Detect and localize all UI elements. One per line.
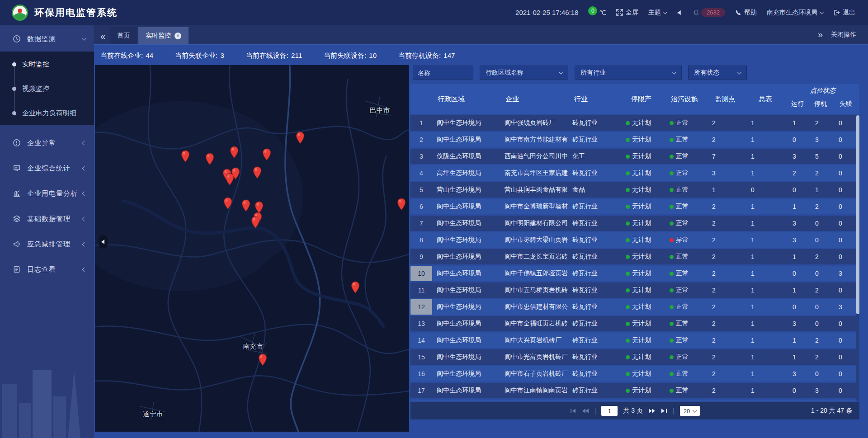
tab-close-icon[interactable]: ✕ [175, 33, 181, 39]
page-size-select[interactable]: 20 [680, 406, 700, 416]
cell-limit-status: 无计划 [619, 383, 663, 398]
next-page-button[interactable] [648, 408, 656, 414]
sidebar-subitem[interactable]: 企业电力负荷明细 [0, 101, 94, 125]
cell-limit-status: 无计划 [619, 182, 663, 198]
map-pin-icon[interactable] [397, 198, 406, 211]
table-row[interactable]: 7阆中生态环境局阆中明阳建材有限公司砖瓦行业无计划正常21300 [410, 216, 859, 231]
cell-run: 1 [786, 115, 809, 131]
map-pin-icon[interactable] [296, 132, 305, 144]
cell-region: 阆中生态环境局 [432, 366, 500, 381]
status-dot-icon [626, 221, 630, 226]
sidebar-item[interactable]: 基础数据管理 [0, 206, 94, 231]
help-button[interactable]: 帮助 [735, 9, 757, 17]
temperature-unit: ℃ [599, 9, 606, 16]
theme-dropdown[interactable]: 主题 [648, 9, 667, 17]
stat-value: 10 [369, 52, 377, 59]
cell-industry: 砖瓦行业 [569, 266, 619, 281]
tabs-scroll-right-icon[interactable]: » [811, 30, 827, 44]
cell-points: 3 [706, 165, 745, 181]
column-header: 行业 [569, 84, 619, 114]
status-dot-icon [626, 138, 630, 142]
map-pin-icon[interactable] [181, 150, 190, 163]
cell-limit-status: 无计划 [619, 115, 663, 131]
scrollbar-thumb[interactable] [856, 115, 859, 314]
first-page-button[interactable] [570, 408, 576, 414]
cell-industry: 砖瓦行业 [569, 283, 619, 298]
sidebar-item[interactable]: 数据监测 [0, 26, 94, 52]
table-row[interactable]: 18 [410, 400, 859, 401]
last-page-button[interactable] [661, 408, 667, 414]
table-scrollbar[interactable] [856, 115, 859, 401]
cell-company: 阆中市江南镇阆南页岩 [500, 383, 569, 398]
sidebar-item[interactable]: 企业异常 [0, 130, 94, 155]
cell-industry: 砖瓦行业 [569, 132, 619, 147]
map-pin-icon[interactable] [351, 281, 360, 294]
cell-limit-status: 无计划 [619, 199, 663, 214]
map-pin-icon[interactable] [225, 173, 234, 186]
table-row[interactable]: 5营山生态环境局营山县润丰肉食品有限食品无计划正常10010 [410, 182, 859, 198]
chevron-left-icon [82, 166, 87, 170]
table-row[interactable]: 13阆中生态环境局阆中市金福旺页岩机砖砖瓦行业无计划正常21300 [410, 316, 859, 331]
sidebar-subitem[interactable]: 视频监控 [0, 76, 94, 101]
industry-filter-select[interactable]: 所有行业 [575, 66, 682, 80]
cell-points: 1 [706, 182, 745, 198]
notification-widget[interactable]: 2632 [693, 8, 725, 17]
status-filter-select[interactable]: 所有状态 [688, 66, 747, 80]
cell-industry: 砖瓦行业 [569, 299, 619, 315]
map-pin-icon[interactable] [251, 216, 260, 229]
map-pin-icon[interactable] [205, 153, 214, 165]
table-row[interactable]: 16阆中生态环境局阆中市石子页岩机砖厂砖瓦行业无计划正常21300 [410, 366, 859, 381]
map-pin-icon[interactable] [262, 148, 271, 161]
map-collapse-button[interactable] [99, 235, 108, 249]
map-pin-icon[interactable] [258, 353, 267, 366]
region-filter-select[interactable]: 行政区域名称 [480, 66, 568, 80]
tab-bar: « 首页实时监控✕ » 关闭操作 [94, 25, 868, 45]
map-pin-icon[interactable] [223, 197, 232, 210]
prev-page-button[interactable] [582, 408, 589, 414]
table-row[interactable]: 6阆中生态环境局阆中市金博瑞新型墙材砖瓦行业无计划正常21120 [410, 199, 859, 214]
org-dropdown[interactable]: 南充市生态环境局 [767, 9, 823, 17]
fullscreen-button[interactable]: 全屏 [616, 9, 638, 17]
table-row[interactable]: 17阆中生态环境局阆中市江南镇阆南页岩砖瓦行业无计划正常21030 [410, 383, 859, 398]
sidebar-item[interactable]: 企业用电量分析 [0, 181, 94, 206]
board-stats-icon [13, 164, 21, 172]
close-operations-button[interactable]: 关闭操作 [827, 31, 868, 44]
table-row[interactable]: 9阆中生态环境局阆中市二龙长宝页岩砖砖瓦行业无计划正常21120 [410, 249, 859, 264]
table-row[interactable]: 4高坪生态环境局南充市高坪区王家店建砖瓦行业无计划正常31220 [410, 165, 859, 181]
sidebar-item[interactable]: 日志查看 [0, 257, 94, 282]
sidebar-subitem[interactable]: 实时监控 [0, 52, 94, 76]
tab-实时监控[interactable]: 实时监控✕ [138, 27, 189, 44]
exit-icon [833, 9, 840, 16]
table-row[interactable]: 14阆中生态环境局阆中大兴页岩机砖厂砖瓦行业无计划正常21120 [410, 333, 859, 348]
table-row[interactable]: 10阆中生态环境局阆中千佛镇五郎垭页岩砖瓦行业无计划正常21003 [410, 266, 859, 281]
table-row[interactable]: 8阆中生态环境局阆中市枣碧大梁山页岩砖瓦行业无计划异常21300 [410, 232, 859, 248]
total-pages-label: 共 3 页 [623, 407, 643, 415]
map-pin-icon[interactable] [241, 199, 250, 212]
cell-points: 2 [706, 333, 745, 348]
sidebar-subitem-label: 实时监控 [22, 60, 49, 69]
map-pin-icon[interactable] [230, 146, 239, 159]
tabs-scroll-left-icon[interactable]: « [94, 32, 110, 44]
map-pin-icon[interactable] [253, 166, 262, 179]
status-dot-icon [670, 238, 674, 242]
sidebar-item[interactable]: 企业综合统计 [0, 155, 94, 181]
sidebar-item[interactable]: 应急减排管理 [0, 231, 94, 257]
cell-stop: 2 [809, 115, 832, 131]
tab-首页[interactable]: 首页 [110, 27, 137, 44]
cell-run: 1 [786, 249, 809, 264]
table-row[interactable]: 2阆中生态环境局阆中市南方节能建材有砖瓦行业无计划正常21030 [410, 132, 859, 147]
mute-button[interactable] [677, 9, 683, 16]
page-number-input[interactable] [601, 406, 618, 416]
table-row[interactable]: 11阆中生态环境局阆中市五马桥页岩机砖砖瓦行业无计划正常21120 [410, 283, 859, 298]
name-filter-input[interactable] [413, 66, 473, 80]
cell-lost: 3 [832, 299, 859, 315]
cell-run: 1 [786, 333, 809, 348]
table-row[interactable]: 1阆中生态环境局阆中强锐页岩砖厂砖瓦行业无计划正常21120 [410, 115, 859, 131]
map-panel[interactable]: 巴中市南充市遂宁市 [95, 65, 409, 432]
logout-button[interactable]: 退出 [833, 9, 855, 17]
row-index: 15 [410, 349, 432, 365]
cell-points: 2 [706, 383, 745, 398]
table-row[interactable]: 12阆中生态环境局阆中市忠信建材有限公砖瓦行业无计划正常21003 [410, 299, 859, 315]
table-row[interactable]: 3仪陇生态环境局西南油气田分公司川中化工无计划正常71350 [410, 149, 859, 164]
table-row[interactable]: 15阆中生态环境局阆中市光富页岩机砖厂砖瓦行业无计划正常21120 [410, 349, 859, 365]
